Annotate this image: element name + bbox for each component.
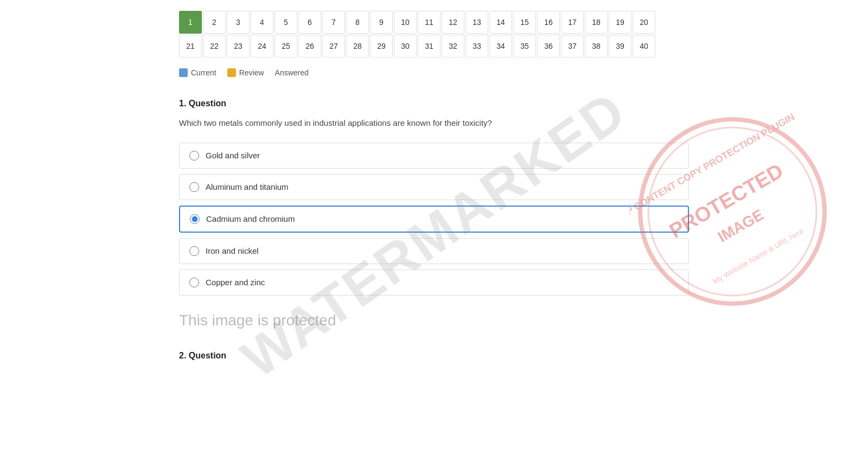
nav-cell-14[interactable]: 14 xyxy=(489,11,512,34)
svg-text:My Website Name & URL here: My Website Name & URL here xyxy=(711,227,805,286)
nav-cell-22[interactable]: 22 xyxy=(203,35,226,57)
nav-cell-12[interactable]: 12 xyxy=(442,11,464,34)
nav-cell-4[interactable]: 4 xyxy=(251,11,273,34)
nav-cell-34[interactable]: 34 xyxy=(489,35,512,57)
question-1-text: Which two metals commonly used in indust… xyxy=(179,117,689,130)
nav-cell-19[interactable]: 19 xyxy=(609,11,631,34)
legend-answered: Answered xyxy=(275,68,309,77)
radio-gold-silver[interactable] xyxy=(189,151,199,161)
legend-answered-label: Answered xyxy=(275,68,309,77)
nav-cell-33[interactable]: 33 xyxy=(465,35,488,57)
page-container: WATERMARKED WP CONTENT COPY PROTECTION P… xyxy=(163,0,705,380)
nav-cell-27[interactable]: 27 xyxy=(322,35,345,57)
nav-cell-3[interactable]: 3 xyxy=(227,11,250,34)
nav-cell-21[interactable]: 21 xyxy=(179,35,202,57)
nav-cell-2[interactable]: 2 xyxy=(203,11,226,34)
nav-cell-10[interactable]: 10 xyxy=(394,11,417,34)
nav-cell-31[interactable]: 31 xyxy=(418,35,441,57)
nav-cell-9[interactable]: 9 xyxy=(370,11,393,34)
radio-copper-zinc[interactable] xyxy=(189,278,199,287)
radio-iron-nickel[interactable] xyxy=(189,246,199,256)
legend: Current Review Answered xyxy=(179,68,689,77)
answer-label-gold-silver: Gold and silver xyxy=(206,151,260,160)
legend-current: Current xyxy=(179,68,216,77)
nav-cell-16[interactable]: 16 xyxy=(537,11,560,34)
nav-cell-37[interactable]: 37 xyxy=(561,35,584,57)
nav-cell-17[interactable]: 17 xyxy=(561,11,584,34)
question-1-title: 1. Question xyxy=(179,99,689,108)
nav-cell-39[interactable]: 39 xyxy=(609,35,631,57)
question-1-section: 1. Question Which two metals commonly us… xyxy=(179,99,689,296)
nav-cell-25[interactable]: 25 xyxy=(275,35,297,57)
answer-label-copper-zinc: Copper and zinc xyxy=(206,278,265,287)
answer-label-aluminum-titanium: Aluminum and titanium xyxy=(206,182,289,191)
legend-review-color xyxy=(227,68,236,77)
legend-review-label: Review xyxy=(239,68,264,77)
nav-cell-38[interactable]: 38 xyxy=(585,35,608,57)
nav-cell-13[interactable]: 13 xyxy=(465,11,488,34)
nav-cell-24[interactable]: 24 xyxy=(251,35,273,57)
answer-option-copper-zinc[interactable]: Copper and zinc xyxy=(179,270,689,296)
answer-option-aluminum-titanium[interactable]: Aluminum and titanium xyxy=(179,174,689,200)
nav-cell-5[interactable]: 5 xyxy=(275,11,297,34)
nav-cell-15[interactable]: 15 xyxy=(513,11,536,34)
nav-cell-29[interactable]: 29 xyxy=(370,35,393,57)
question-navigation: 1 2 3 4 5 6 7 8 9 10 11 12 13 14 15 16 1… xyxy=(179,11,689,57)
question-2-section: 2. Question xyxy=(179,351,689,361)
nav-cell-40[interactable]: 40 xyxy=(633,35,655,57)
question-2-title: 2. Question xyxy=(179,351,689,361)
answer-option-iron-nickel[interactable]: Iron and nickel xyxy=(179,238,689,264)
legend-current-label: Current xyxy=(191,68,216,77)
nav-cell-7[interactable]: 7 xyxy=(322,11,345,34)
nav-cell-23[interactable]: 23 xyxy=(227,35,250,57)
radio-cadmium-chromium[interactable] xyxy=(190,214,200,224)
nav-row-1: 1 2 3 4 5 6 7 8 9 10 11 12 13 14 15 16 1… xyxy=(179,11,689,34)
legend-current-color xyxy=(179,68,188,77)
protected-notice: This image is protected xyxy=(179,312,689,329)
nav-cell-18[interactable]: 18 xyxy=(585,11,608,34)
answer-label-iron-nickel: Iron and nickel xyxy=(206,246,259,255)
nav-row-2: 21 22 23 24 25 26 27 28 29 30 31 32 33 3… xyxy=(179,35,689,57)
radio-aluminum-titanium[interactable] xyxy=(189,182,199,192)
answer-label-cadmium-chromium: Cadmium and chromium xyxy=(206,214,295,223)
answer-option-gold-silver[interactable]: Gold and silver xyxy=(179,143,689,169)
nav-cell-28[interactable]: 28 xyxy=(346,35,369,57)
nav-cell-35[interactable]: 35 xyxy=(513,35,536,57)
nav-cell-26[interactable]: 26 xyxy=(298,35,321,57)
nav-cell-36[interactable]: 36 xyxy=(537,35,560,57)
answer-option-cadmium-chromium[interactable]: Cadmium and chromium xyxy=(179,206,689,233)
nav-cell-20[interactable]: 20 xyxy=(633,11,655,34)
legend-review: Review xyxy=(227,68,264,77)
nav-cell-30[interactable]: 30 xyxy=(394,35,417,57)
nav-cell-32[interactable]: 32 xyxy=(442,35,464,57)
nav-cell-6[interactable]: 6 xyxy=(298,11,321,34)
nav-cell-8[interactable]: 8 xyxy=(346,11,369,34)
nav-cell-11[interactable]: 11 xyxy=(418,11,441,34)
svg-text:IMAGE: IMAGE xyxy=(715,206,767,246)
nav-cell-1[interactable]: 1 xyxy=(179,11,202,34)
